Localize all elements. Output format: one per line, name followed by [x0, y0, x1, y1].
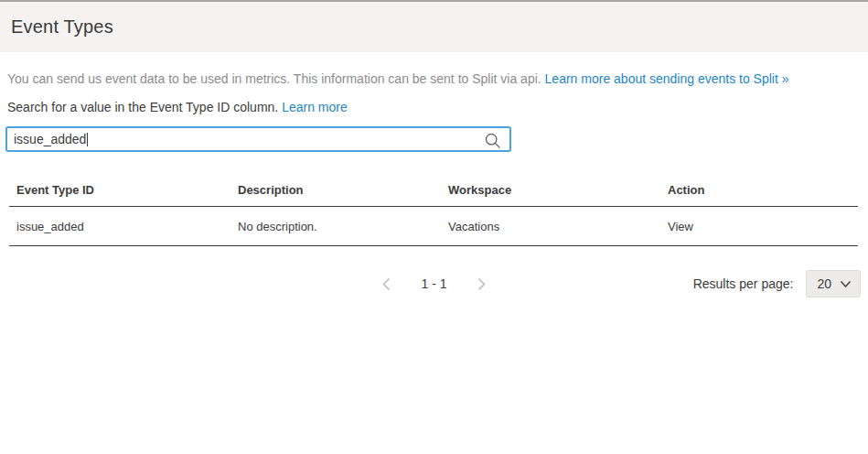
search-hint-text: Search for a value in the Event Type ID … — [7, 100, 278, 114]
cell-description: No description. — [230, 207, 441, 245]
column-header-event-type-id: Event Type ID — [9, 174, 230, 206]
results-per-page-label: Results per page: — [693, 276, 794, 291]
results-per-page-select[interactable]: 20 — [806, 270, 861, 297]
pagination-bar: 1 - 1 Results per page: 20 — [7, 269, 861, 298]
results-per-page-value: 20 — [817, 276, 831, 291]
previous-page-button[interactable] — [378, 275, 395, 294]
search-hint: Search for a value in the Event Type ID … — [7, 99, 861, 115]
intro-text: You can send us event data to be used in… — [7, 70, 861, 87]
cell-event-type-id: issue_added — [9, 207, 230, 245]
page-title: Event Types — [11, 16, 113, 38]
chevron-down-icon — [840, 276, 852, 291]
main-content: You can send us event data to be used in… — [0, 70, 868, 298]
search-box[interactable] — [5, 126, 511, 152]
event-types-table: Event Type ID Description Workspace Acti… — [9, 174, 858, 246]
results-per-page: Results per page: 20 — [693, 269, 861, 298]
chevron-left-icon — [381, 281, 391, 295]
column-header-workspace: Workspace — [441, 174, 660, 206]
text-cursor — [87, 133, 88, 146]
table-row: issue_added No description. Vacations Vi… — [9, 207, 858, 246]
pager: 1 - 1 — [378, 275, 489, 294]
view-action-link[interactable]: View — [668, 220, 693, 233]
page-header: Event Types — [0, 2, 868, 52]
search-icon[interactable] — [484, 132, 501, 153]
table-header-row: Event Type ID Description Workspace Acti… — [9, 174, 858, 207]
intro-description: You can send us event data to be used in… — [7, 71, 541, 86]
next-page-button[interactable] — [473, 275, 490, 294]
learn-more-sending-events-link[interactable]: Learn more about sending events to Split… — [545, 71, 789, 86]
chevron-right-icon — [477, 281, 487, 295]
search-input[interactable] — [7, 128, 509, 150]
page-range: 1 - 1 — [421, 276, 446, 291]
column-header-action: Action — [660, 174, 858, 206]
learn-more-link[interactable]: Learn more — [282, 100, 348, 114]
column-header-description: Description — [230, 174, 441, 206]
cell-workspace: Vacations — [441, 207, 660, 245]
